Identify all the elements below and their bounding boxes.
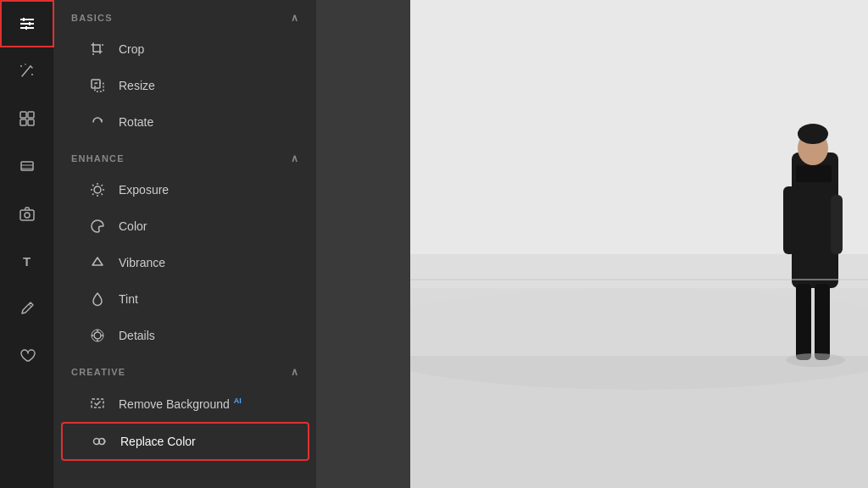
basics-chevron[interactable]: ∧ [291,12,299,24]
svg-point-7 [31,74,33,75]
replace-color-label: Replace Color [120,435,291,448]
canvas-image [410,0,868,488]
svg-point-6 [20,65,22,67]
resize-tool-item[interactable]: Resize [61,68,309,103]
exposure-tool-item[interactable]: Exposure [61,172,309,208]
enhance-label: ENHANCE [71,153,125,164]
svg-point-8 [25,64,26,65]
tool-panel: BASICS ∧ Crop Resize [54,0,317,488]
svg-point-34 [92,330,103,341]
svg-rect-23 [95,83,103,92]
svg-rect-11 [20,119,26,125]
adjustments-sidebar-icon[interactable] [0,0,54,47]
heart-sidebar-icon[interactable] [0,332,54,380]
color-label: Color [119,219,292,233]
svg-point-17 [25,213,30,218]
svg-rect-9 [20,112,26,118]
svg-rect-12 [28,119,34,125]
vibrance-icon [88,253,107,272]
svg-rect-53 [815,284,830,360]
svg-text:T: T [23,254,31,269]
color-tool-item[interactable]: Color [61,208,309,244]
svg-rect-10 [28,112,34,118]
crop-label: Crop [119,42,292,56]
svg-rect-22 [92,80,100,88]
enhance-chevron[interactable]: ∧ [291,152,299,164]
svg-line-31 [102,185,103,186]
camera-sidebar-icon[interactable] [0,190,54,237]
replace-color-tool-item[interactable]: Replace Color [61,422,309,461]
rotate-icon [88,113,107,131]
tint-tool-item[interactable]: Tint [61,281,309,317]
svg-line-30 [102,194,103,196]
brush-sidebar-icon[interactable] [0,285,54,332]
vibrance-label: Vibrance [119,256,292,269]
canvas-area [317,0,868,488]
layers-sidebar-icon[interactable] [0,142,54,190]
replace-color-icon [90,432,108,451]
color-icon [88,217,107,236]
text-sidebar-icon[interactable]: T [0,237,54,285]
remove-background-label: Remove BackgroundAI [119,396,292,411]
svg-rect-52 [796,284,811,360]
svg-point-54 [786,353,845,367]
svg-point-48 [798,124,828,144]
details-label: Details [119,329,292,342]
vibrance-tool-item[interactable]: Vibrance [61,245,309,280]
exposure-icon [88,180,107,199]
creative-label: CREATIVE [71,367,125,377]
rotate-tool-item[interactable]: Rotate [61,104,309,140]
magic-sidebar-icon[interactable] [0,47,54,95]
tint-icon [88,290,107,308]
svg-rect-16 [20,210,34,220]
svg-point-33 [94,332,101,339]
enhance-section-header[interactable]: ENHANCE ∧ [54,141,316,171]
resize-label: Resize [119,79,292,92]
svg-line-29 [92,185,94,186]
creative-section-header[interactable]: CREATIVE ∧ [54,354,316,385]
ai-badge: AI [234,396,242,405]
basics-label: BASICS [71,13,113,23]
svg-line-32 [92,194,94,196]
svg-rect-50 [783,186,796,254]
svg-rect-51 [831,195,843,254]
svg-line-19 [29,304,31,307]
icon-sidebar: T [0,0,54,488]
resize-icon [88,76,107,95]
grid-sidebar-icon[interactable] [0,95,54,142]
details-icon [88,326,107,345]
tint-label: Tint [119,292,292,306]
svg-rect-49 [796,165,832,182]
crop-tool-item[interactable]: Crop [61,31,309,67]
crop-icon [88,40,107,58]
creative-chevron[interactable]: ∧ [291,366,299,378]
basics-section-header[interactable]: BASICS ∧ [54,0,316,30]
photo-container [317,0,868,488]
remove-background-icon [88,394,107,413]
details-tool-item[interactable]: Details [61,318,309,353]
rotate-label: Rotate [119,115,292,129]
remove-background-tool-item[interactable]: Remove BackgroundAI [61,385,309,421]
exposure-label: Exposure [119,183,292,197]
svg-point-24 [94,186,101,193]
